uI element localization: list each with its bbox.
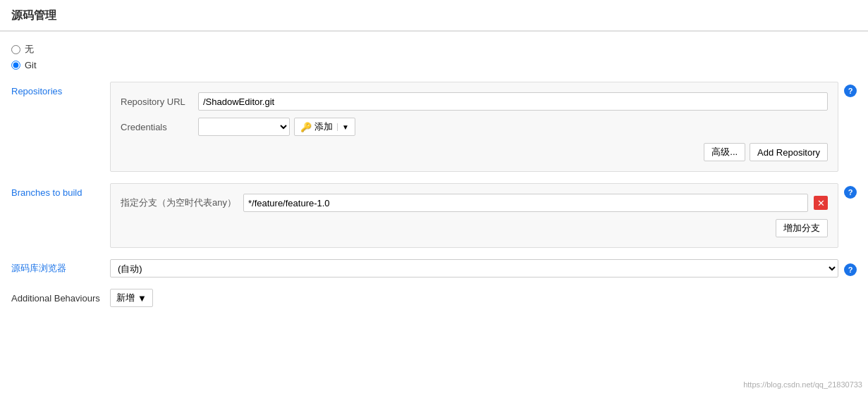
branch-field-label: 指定分支（为空时代表any）	[121, 196, 236, 209]
page-header: 源码管理	[0, 0, 868, 32]
source-browser-help-icon[interactable]: ?	[844, 263, 857, 276]
radio-none-input[interactable]	[11, 45, 20, 54]
branches-help-icon[interactable]: ?	[844, 186, 857, 199]
repo-url-label: Repository URL	[121, 96, 198, 107]
new-behaviour-caret: ▼	[137, 293, 147, 304]
new-behaviour-button[interactable]: 新增 ▼	[110, 289, 153, 307]
radio-none-label: 无	[25, 43, 34, 56]
branches-inner: 指定分支（为空时代表any） ✕ 增加分支	[110, 183, 838, 248]
scm-radio-group: 无 Git	[11, 43, 857, 70]
source-browser-label: 源码库浏览器	[11, 262, 110, 275]
add-credentials-button[interactable]: 🔑 添加 ▼	[294, 118, 355, 136]
watermark: https://blog.csdn.net/qq_21830733	[743, 380, 862, 389]
repositories-label: Repositories	[11, 82, 110, 96]
branch-actions: 增加分支	[121, 219, 828, 237]
branch-field-row: 指定分支（为空时代表any） ✕	[121, 194, 828, 212]
credentials-controls: 🔑 添加 ▼	[198, 118, 355, 136]
branch-input[interactable]	[243, 194, 808, 212]
repositories-row: Repositories Repository URL Credentials	[11, 82, 857, 172]
advanced-button[interactable]: 高级...	[704, 143, 745, 161]
page-title: 源码管理	[11, 9, 56, 21]
add-branch-button[interactable]: 增加分支	[776, 219, 828, 237]
additional-behaviours-label: Additional Behaviours	[11, 293, 110, 304]
branches-row: Branches to build 指定分支（为空时代表any） ✕ 增加分支	[11, 183, 857, 248]
additional-behaviours-row: Additional Behaviours 新增 ▼	[11, 289, 857, 307]
key-icon: 🔑	[300, 122, 312, 132]
caret-icon: ▼	[337, 123, 349, 131]
add-credentials-label: 添加	[314, 120, 333, 133]
radio-git-label: Git	[25, 60, 37, 70]
credentials-label: Credentials	[121, 122, 198, 132]
credentials-row: Credentials 🔑 添加 ▼	[121, 118, 828, 136]
branches-content-area: 指定分支（为空时代表any） ✕ 增加分支	[110, 183, 838, 248]
branches-label: Branches to build	[11, 183, 110, 198]
add-repository-button[interactable]: Add Repository	[750, 143, 828, 161]
radio-git[interactable]: Git	[11, 60, 857, 70]
branches-help: ?	[844, 186, 857, 199]
radio-none[interactable]: 无	[11, 43, 857, 56]
repo-url-input[interactable]	[198, 92, 828, 111]
repositories-help-icon[interactable]: ?	[844, 85, 857, 97]
repo-actions: 高级... Add Repository	[121, 143, 828, 161]
section-content: 无 Git Repositories Repository URL	[0, 32, 868, 318]
credentials-select[interactable]	[198, 118, 290, 136]
source-browser-row: 源码库浏览器 (自动) ?	[11, 259, 857, 277]
radio-git-input[interactable]	[11, 61, 20, 70]
repositories-content: Repository URL Credentials 🔑	[110, 82, 838, 172]
source-browser-select[interactable]: (自动)	[110, 259, 838, 277]
branch-delete-button[interactable]: ✕	[814, 196, 828, 210]
source-browser-help: ?	[844, 263, 857, 276]
repositories-help: ?	[844, 85, 857, 97]
repositories-inner: Repository URL Credentials 🔑	[110, 82, 838, 172]
page-container: 源码管理 无 Git Repositories Reposito	[0, 0, 868, 393]
repo-url-row: Repository URL	[121, 92, 828, 111]
new-behaviour-label: 新增	[116, 292, 135, 304]
